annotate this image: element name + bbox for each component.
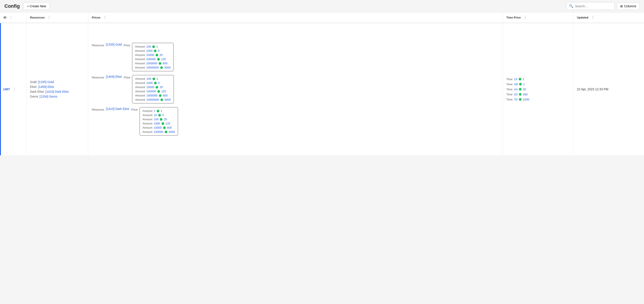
search-input[interactable] [575, 4, 612, 8]
green-dot [163, 127, 166, 129]
price-group: Resource [1335] Gold Price Amount 100 1 … [92, 43, 499, 71]
search-icon: 🔍 [569, 4, 574, 8]
row-id: 1407 [3, 87, 10, 91]
header: Config + Create New 🔍 ⊞ Columns [0, 0, 644, 12]
price-row: Amount 1000 125 [142, 122, 175, 125]
resource-type: Gems [30, 95, 38, 98]
th-id-menu[interactable]: ⋮ [9, 15, 12, 20]
resource-link[interactable]: [1410] Dark Elixir [46, 90, 69, 93]
resource-type: Dark Elixir [30, 90, 44, 93]
price-row: Amount 10000 25 [135, 53, 171, 57]
th-time-price-menu[interactable]: ⋮ [524, 15, 527, 20]
price-text-label: Price [131, 107, 138, 111]
th-updated: Updated ⋮ [574, 12, 644, 23]
id-content: 1407 ⋮ [1, 23, 26, 155]
th-time-price-label: Time Price [506, 16, 521, 19]
th-resources-label: Resources [30, 16, 44, 19]
th-updated-menu[interactable]: ⋮ [591, 15, 594, 20]
th-time-price: Time Price ⋮ [503, 12, 574, 23]
price-box: Amount 100 1 Amount 1000 5 Amount [132, 43, 174, 71]
price-group: Resource [1410] Dark Elixir Price Amount… [92, 107, 499, 136]
green-dot [154, 50, 156, 52]
price-group: Resource [1409] Elixir Price Amount 100 … [92, 75, 499, 104]
time-price-row: Time 1D 260 [506, 93, 570, 96]
header-right: 🔍 ⊞ Columns [566, 2, 640, 10]
list-item: Gems [1334] Gems [30, 95, 84, 98]
green-dot [160, 66, 163, 69]
price-row: Amount 10000 25 [135, 85, 171, 89]
th-updated-label: Updated [577, 16, 588, 19]
resource-link[interactable]: [1335] Gold [38, 80, 54, 84]
resource-type: Elixir [30, 85, 37, 89]
resource-link[interactable]: [1409] Elixir [38, 85, 54, 89]
green-dot [519, 98, 522, 101]
price-row: Amount 1000 5 [135, 81, 171, 85]
green-dot [156, 54, 158, 56]
resource-price-link[interactable]: [1410] Dark Elixir [106, 107, 130, 111]
resource-label: Resource [92, 107, 104, 111]
create-new-button[interactable]: + Create New [24, 2, 50, 10]
green-dot [156, 86, 158, 89]
table-header: ID ⋮ Resources ⋮ Prices ⋮ Time Price ⋮ U… [0, 12, 644, 23]
create-new-label: + Create New [27, 4, 46, 8]
green-dot [157, 110, 159, 112]
green-dot [159, 62, 161, 65]
green-dot [152, 45, 155, 48]
green-dot [157, 90, 160, 93]
price-row: Amount 100 25 [142, 118, 175, 121]
time-price-row: Time 1S 1 [506, 78, 570, 81]
cell-updated: 22 Apr, 2023 12:33 PM [574, 23, 644, 155]
price-row: Amount 10000000 3000 [135, 66, 171, 69]
price-box: Amount 100 1 Amount 1000 5 Amount [132, 75, 174, 104]
time-price-row: Time 1M 1 [506, 83, 570, 86]
green-dot [152, 78, 155, 80]
app-container: Config + Create New 🔍 ⊞ Columns ID ⋮ Res… [0, 0, 644, 304]
price-row: Amount 1000000 600 [135, 62, 171, 65]
price-row: Amount 100000 3000 [142, 130, 175, 134]
resource-label: Resource [92, 75, 104, 79]
columns-label: Columns [624, 4, 636, 8]
columns-button[interactable]: ⊞ Columns [617, 2, 640, 10]
row-menu-button[interactable]: ⋮ [11, 86, 17, 92]
list-item: Elixir [1409] Elixir [30, 85, 84, 89]
price-row: Amount 100 1 [135, 45, 171, 48]
resource-link[interactable]: [1334] Gems [40, 95, 57, 98]
price-row: Amount 100000 125 [135, 57, 171, 61]
green-dot [162, 122, 164, 125]
time-price-row: Time 1H 20 [506, 88, 570, 91]
th-prices: Prices ⋮ [88, 12, 503, 23]
th-id: ID ⋮ [0, 12, 26, 23]
price-row: Amount 1 1 [142, 109, 175, 113]
price-box: Amount 1 1 Amount 10 5 Amount [140, 107, 178, 136]
green-dot [154, 82, 157, 84]
updated-value: 22 Apr, 2023 12:33 PM [577, 87, 608, 91]
search-box: 🔍 [566, 2, 615, 10]
resource-price-link[interactable]: [1409] Elixir [106, 75, 122, 78]
cell-prices: Resource [1335] Gold Price Amount 100 1 … [88, 23, 503, 155]
green-dot [160, 118, 162, 121]
time-price-row: Time 7D 1000 [506, 98, 570, 101]
resource-label: Resource [92, 43, 104, 47]
price-row: Amount 100000 125 [135, 90, 171, 93]
list-item: Dark Elixir [1410] Dark Elixir [30, 90, 84, 93]
price-text-label: Price [124, 75, 130, 79]
list-item: Gold [1335] Gold [30, 80, 84, 84]
green-dot [519, 83, 522, 85]
cell-id: 1407 ⋮ [0, 23, 26, 155]
resource-type: Gold [30, 80, 37, 84]
th-resources-menu[interactable]: ⋮ [47, 15, 51, 20]
price-row: Amount 100 1 [135, 77, 171, 80]
green-dot [158, 114, 161, 117]
columns-icon: ⊞ [620, 4, 623, 8]
green-dot [165, 131, 167, 133]
th-prices-menu[interactable]: ⋮ [103, 15, 106, 20]
th-prices-label: Prices [92, 16, 100, 19]
green-dot [519, 78, 521, 80]
price-row: Amount 1000000 600 [135, 94, 171, 97]
page-title: Config [4, 3, 20, 9]
th-id-label: ID [4, 16, 6, 19]
price-row: Amount 10000000 3000 [135, 98, 171, 101]
resource-price-link[interactable]: [1335] Gold [106, 43, 122, 46]
table-body: 1407 ⋮ Gold [1335] Gold Elixir [1409] El… [0, 23, 644, 155]
price-row: Amount 1000 5 [135, 49, 171, 52]
